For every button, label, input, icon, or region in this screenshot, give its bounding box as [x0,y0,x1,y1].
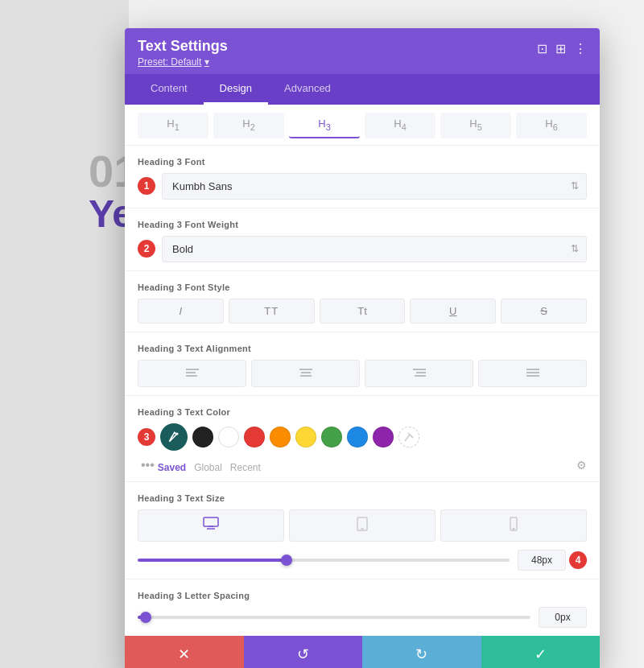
color-label: Heading 3 Text Color [138,407,587,417]
font-weight-badge: 2 [138,240,155,258]
font-badge: 1 [138,177,155,195]
h-tab-5[interactable]: H5 [440,113,511,138]
tab-advanced[interactable]: Advanced [268,74,347,105]
size-label: Heading 3 Text Size [138,493,587,503]
modal-header: Text Settings Preset: Default ▾ ⊡ ⊞ ⋮ [125,28,600,74]
letter-spacing-label: Heading 3 Letter Spacing [138,591,587,600]
align-right-button[interactable] [365,360,473,387]
uppercase-button[interactable]: TT [229,299,315,324]
size-badge: 4 [569,551,587,569]
size-input[interactable] [518,550,566,571]
svg-point-22 [513,528,514,530]
size-slider-row: 4 [138,550,587,571]
modal-title: Text Settings [138,38,228,55]
color-tags: Saved Global Recent [158,462,261,473]
letter-spacing-input[interactable] [539,607,587,628]
font-style-buttons: I TT Tt U S [138,299,587,324]
active-color-button[interactable] [160,423,188,451]
font-weight-select[interactable]: Bold [162,236,587,262]
color-swatch-green[interactable] [321,427,342,447]
letter-spacing-slider-track[interactable] [138,616,530,619]
alignment-label: Heading 3 Text Alignment [138,344,587,353]
h-tab-1[interactable]: H1 [138,113,208,138]
more-icon[interactable]: ⋮ [574,41,587,56]
font-select[interactable]: Kumbh Sans [162,173,587,200]
h-tab-2[interactable]: H2 [213,113,284,138]
align-justify-button[interactable] [478,360,587,387]
font-style-label: Heading 3 Font Style [138,282,587,292]
saved-tag[interactable]: Saved [158,462,186,473]
recent-tag[interactable]: Recent [230,462,261,473]
color-swatch-orange[interactable] [270,427,291,447]
font-weight-select-wrapper: Bold ⇅ [162,236,587,262]
tab-design[interactable]: Design [204,74,268,105]
cancel-button[interactable]: ✕ [125,636,244,668]
size-value-wrap: 4 [518,550,587,571]
color-swatch-purple[interactable] [373,427,394,447]
modal-footer: ✕ ↺ ↻ ✓ [125,636,600,668]
eyedropper-button[interactable] [398,427,419,447]
modal-title-block: Text Settings Preset: Default ▾ [138,38,228,68]
letter-spacing-slider-row [138,607,587,628]
grid-icon[interactable]: ⊞ [555,41,566,56]
color-more-button[interactable]: ••• [138,458,158,472]
modal-body: H1 H2 H3 H4 H5 H6 Heading 3 Font 1 Kumbh… [125,105,600,636]
fullscreen-icon[interactable]: ⊡ [537,41,547,56]
underline-button[interactable]: U [410,299,496,324]
font-style-section: Heading 3 Font Style I TT Tt U S [125,271,600,332]
svg-line-15 [410,435,413,438]
svg-rect-16 [204,517,218,526]
alignment-buttons [138,360,587,387]
size-slider-fill [138,559,287,562]
color-settings-icon[interactable]: ⚙ [576,459,587,472]
mobile-btn[interactable] [440,509,587,542]
font-label: Heading 3 Font [138,157,587,167]
font-weight-section: Heading 3 Font Weight 2 Bold ⇅ [125,208,600,271]
heading-tabs: H1 H2 H3 H4 H5 H6 [125,105,600,146]
align-center-button[interactable] [251,360,360,387]
h-tab-6[interactable]: H6 [516,113,587,138]
color-more-row: ••• Saved Global Recent ⚙ [138,457,587,473]
redo-button[interactable]: ↻ [362,636,481,668]
h-tab-3[interactable]: H3 [289,113,360,138]
color-swatch-white[interactable] [218,427,239,447]
device-tabs [138,509,587,542]
alignment-section: Heading 3 Text Alignment [125,332,600,396]
font-select-wrapper: Kumbh Sans ⇅ [162,173,587,200]
color-swatch-yellow[interactable] [295,427,316,447]
capitalize-button[interactable]: Tt [320,299,406,324]
color-swatch-red[interactable] [244,427,265,447]
color-swatch-black[interactable] [192,427,213,447]
strikethrough-button[interactable]: S [501,299,587,324]
text-settings-modal: Text Settings Preset: Default ▾ ⊡ ⊞ ⋮ Co… [125,28,600,668]
font-section: Heading 3 Font 1 Kumbh Sans ⇅ [125,146,600,208]
letter-spacing-section: Heading 3 Letter Spacing [125,579,600,636]
bg-left-panel [0,0,129,668]
undo-button[interactable]: ↺ [244,636,363,668]
desktop-btn[interactable] [138,509,284,542]
svg-line-13 [405,435,410,441]
align-left-button[interactable] [138,360,246,387]
color-row: 3 [138,423,587,451]
color-badge: 3 [138,428,155,446]
tablet-btn[interactable] [289,509,436,542]
size-slider-track[interactable] [138,559,510,562]
h-tab-4[interactable]: H4 [365,113,436,138]
modal-header-icons: ⊡ ⊞ ⋮ [537,41,587,56]
svg-point-12 [175,432,178,435]
tabs-bar: Content Design Advanced [125,74,600,105]
modal-preset[interactable]: Preset: Default ▾ [138,56,228,68]
global-tag[interactable]: Global [194,462,222,473]
letter-spacing-slider-thumb[interactable] [140,612,151,623]
italic-button[interactable]: I [138,299,224,324]
font-select-row: 1 Kumbh Sans ⇅ [138,173,587,200]
size-section: Heading 3 Text Size [125,482,600,579]
save-button[interactable]: ✓ [481,636,601,668]
size-slider-thumb[interactable] [281,555,292,566]
color-swatch-blue[interactable] [347,427,368,447]
svg-point-20 [361,528,363,530]
font-weight-label: Heading 3 Font Weight [138,220,587,229]
color-section: Heading 3 Text Color 3 [125,396,600,482]
font-weight-select-row: 2 Bold ⇅ [138,236,587,262]
tab-content[interactable]: Content [134,74,204,105]
